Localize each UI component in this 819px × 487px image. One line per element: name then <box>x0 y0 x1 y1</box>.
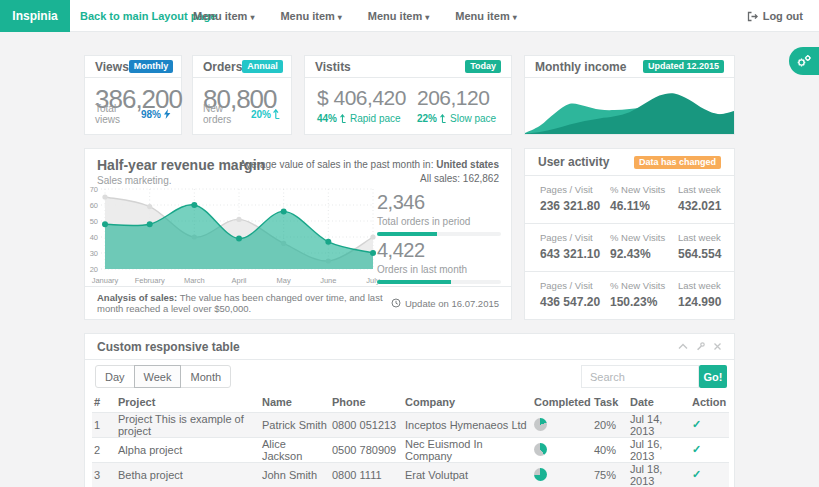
cell-date: Jul 18, 2013 <box>628 462 690 487</box>
search-input[interactable] <box>581 365 699 388</box>
cell-name: John Smith <box>260 462 330 487</box>
svg-text:70: 70 <box>90 185 98 194</box>
cell-completed <box>532 462 592 487</box>
cell-completed <box>532 437 592 462</box>
user-activity-panel: User activity Data has changed Pages / V… <box>524 148 735 320</box>
column-header[interactable]: Company <box>403 393 532 412</box>
table-row: 3Betha projectJohn Smith0800 1111Erat Vo… <box>92 462 729 487</box>
brand-logo[interactable]: Inspinia <box>0 0 70 32</box>
user-activity-cell: % New Visits46.11% <box>610 184 678 223</box>
orders-in-period-stat: 2,346 Total orders in period <box>377 191 501 236</box>
projects-table: #ProjectNamePhoneCompanyCompletedTaskDat… <box>92 393 729 487</box>
filter-button-month[interactable]: Month <box>180 365 231 388</box>
cell-date: Jul 16, 2013 <box>628 437 690 462</box>
check-icon[interactable]: ✓ <box>692 468 701 480</box>
column-header[interactable]: Action <box>690 393 729 412</box>
theme-settings-button[interactable] <box>789 47 819 75</box>
column-header[interactable]: Completed <box>532 393 592 412</box>
column-header[interactable]: # <box>92 393 116 412</box>
caret-down-icon: ▾ <box>250 13 254 22</box>
income-title: Monthly income <box>535 60 626 74</box>
logout-button[interactable]: Log out <box>747 0 803 32</box>
column-header[interactable]: Name <box>260 393 330 412</box>
cell-task: 40% <box>592 437 628 462</box>
orders-panel: Orders Annual 80,800 New orders 20% <box>192 55 292 135</box>
visits-left-value: $ 406,420 <box>317 86 406 110</box>
visits-left-delta: 44% Rapid pace <box>317 113 401 124</box>
close-icon[interactable] <box>713 342 722 351</box>
orders-last-month-stat: 4,422 Orders in last month <box>377 239 501 284</box>
cell-num: 3 <box>92 462 116 487</box>
search-go-button[interactable]: Go! <box>699 365 727 388</box>
orders-delta: 20% <box>251 103 281 125</box>
caret-down-icon: ▾ <box>513 13 517 22</box>
user-activity-row: Pages / Visit436 547.20% New Visits150.2… <box>525 272 734 320</box>
column-header[interactable]: Task <box>592 393 628 412</box>
caret-down-icon: ▾ <box>425 13 429 22</box>
cell-phone: 0800 051213 <box>330 412 403 437</box>
visits-title: Vistits <box>315 60 351 74</box>
logout-label: Log out <box>763 10 803 22</box>
cell-project: Alpha project <box>116 437 260 462</box>
menu-item-1[interactable]: Menu item▾ <box>193 10 254 22</box>
svg-text:January: January <box>92 276 119 285</box>
table-row: 1Project This is example of projectPatri… <box>92 412 729 437</box>
user-activity-cell: Last week564.554 <box>678 232 734 271</box>
filter-button-day[interactable]: Day <box>95 365 135 388</box>
level-up-icon <box>340 114 347 123</box>
collapse-icon[interactable] <box>678 342 688 351</box>
svg-text:April: April <box>231 276 246 285</box>
svg-text:June: June <box>320 276 336 285</box>
wrench-icon[interactable] <box>696 342 705 351</box>
user-activity-row: Pages / Visit643 321.10% New Visits92.43… <box>525 224 734 272</box>
svg-text:February: February <box>135 276 165 285</box>
user-activity-cell: Pages / Visit436 547.20 <box>540 280 610 320</box>
orders-badge: Annual <box>242 60 283 73</box>
table-title: Custom responsive table <box>97 340 240 354</box>
svg-text:May: May <box>277 276 291 285</box>
progress-bar <box>377 232 501 236</box>
visits-right-value: 206,120 <box>417 86 489 110</box>
user-activity-cell: Pages / Visit236 321.80 <box>540 184 610 223</box>
income-badge: Updated 12.2015 <box>643 60 724 73</box>
cell-task: 20% <box>592 412 628 437</box>
check-icon[interactable]: ✓ <box>692 418 701 430</box>
gears-icon <box>796 54 812 68</box>
monthly-income-panel: Monthly income Updated 12.2015 <box>524 55 735 135</box>
period-filter-group: DayWeekMonth <box>95 365 231 388</box>
filter-button-week[interactable]: Week <box>134 365 182 388</box>
orders-title: Orders <box>203 60 242 74</box>
menu-item-2[interactable]: Menu item▾ <box>280 10 341 22</box>
menu-item-4[interactable]: Menu item▾ <box>455 10 516 22</box>
cell-action: ✓ <box>690 412 729 437</box>
revenue-margin-panel: Half-year revenue margin Sales marketing… <box>84 148 512 320</box>
cell-date: Jul 14, 2013 <box>628 412 690 437</box>
views-delta: 98% <box>141 103 171 125</box>
orders-label: New orders <box>203 103 251 125</box>
monthly-income-chart <box>525 78 734 134</box>
check-icon[interactable]: ✓ <box>692 443 701 455</box>
column-header[interactable]: Date <box>628 393 690 412</box>
cell-company: Erat Volutpat <box>403 462 532 487</box>
views-label: Total views <box>95 103 141 125</box>
cell-name: Alice Jackson <box>260 437 330 462</box>
user-activity-rows: Pages / Visit236 321.80% New Visits46.11… <box>525 176 734 320</box>
svg-text:20: 20 <box>90 265 98 274</box>
completed-pie-icon <box>534 443 547 456</box>
cell-name: Patrick Smith <box>260 412 330 437</box>
update-info: Update on 16.07.2015 <box>391 298 499 309</box>
user-activity-row: Pages / Visit236 321.80% New Visits46.11… <box>525 176 734 224</box>
column-header[interactable]: Project <box>116 393 260 412</box>
svg-text:50: 50 <box>90 217 98 226</box>
column-header[interactable]: Phone <box>330 393 403 412</box>
completed-pie-icon <box>534 468 547 481</box>
cell-action: ✓ <box>690 437 729 462</box>
dashboard-page: Inspinia Back to main Layout page Menu i… <box>0 0 819 487</box>
cell-project: Betha project <box>116 462 260 487</box>
level-up-icon <box>273 109 281 119</box>
table-header-row: #ProjectNamePhoneCompanyCompletedTaskDat… <box>92 393 729 412</box>
menu-item-3[interactable]: Menu item▾ <box>368 10 429 22</box>
top-navbar: Inspinia Back to main Layout page Menu i… <box>0 0 819 32</box>
avg-country: United states <box>436 159 499 170</box>
views-badge: Monthly <box>129 60 174 73</box>
